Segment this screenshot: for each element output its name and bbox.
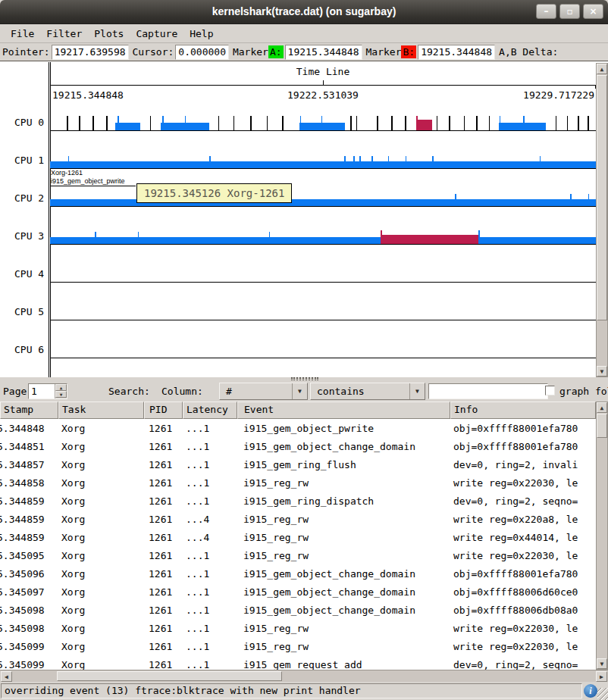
hover-event-name: i915_gem_object_pwrite xyxy=(51,177,136,186)
timeline-graph[interactable]: Time Line 19215.344848 19222.531039 1922… xyxy=(0,61,608,377)
table-cell: 5.345096 xyxy=(0,568,58,580)
scroll-down-button[interactable]: ▼ xyxy=(597,658,607,669)
marker-b-badge[interactable]: B: xyxy=(401,45,416,58)
table-cell: i915_gem_object_change_domain xyxy=(237,586,450,598)
graph-follows-checkbox[interactable] xyxy=(545,386,555,395)
menu-item-file[interactable]: File xyxy=(5,26,40,42)
page-value: 1 xyxy=(31,386,37,397)
spinner-up-icon[interactable]: ▲ xyxy=(55,384,67,391)
cpu-plot-strip[interactable] xyxy=(50,320,596,358)
cpu-row-6[interactable]: CPU 6 xyxy=(0,320,596,358)
table-row[interactable]: 5.345099Xorg1261...1i915_reg_rwwrite reg… xyxy=(0,637,596,655)
table-row[interactable]: 5.344859Xorg1261...4i915_reg_rwwrite reg… xyxy=(0,510,596,528)
column-select[interactable]: # ▼ xyxy=(219,383,308,400)
cpu-label: CPU 3 xyxy=(14,230,44,242)
column-header-event[interactable]: Event xyxy=(237,402,450,419)
cpu-plot-strip[interactable] xyxy=(50,93,596,131)
scroll-down-button[interactable]: ▼ xyxy=(597,366,607,377)
table-cell: i915_gem_object_change_domain xyxy=(237,605,450,616)
table-cell: ...1 xyxy=(183,568,237,580)
close-button[interactable]: × xyxy=(583,4,603,19)
event-tick xyxy=(432,156,434,168)
table-cell: ...1 xyxy=(183,495,237,507)
timeline-tick xyxy=(250,116,252,130)
table-row[interactable]: 5.345098Xorg1261...1i915_gem_object_chan… xyxy=(0,601,596,619)
graph-scrollbar-thumb[interactable] xyxy=(597,75,607,320)
resize-grip[interactable] xyxy=(597,688,608,700)
table-cell: ...4 xyxy=(183,514,237,525)
menu-item-help[interactable]: Help xyxy=(183,26,219,42)
scroll-right-button[interactable]: ▶ xyxy=(596,671,607,682)
column-header-info[interactable]: Info xyxy=(450,402,596,419)
graph-vertical-scrollbar[interactable]: ▲ ▼ xyxy=(596,63,608,377)
event-tick xyxy=(269,232,271,244)
table-row[interactable]: 5.344848Xorg1261...1i915_gem_object_pwri… xyxy=(0,419,596,437)
ruler-center-tick xyxy=(323,80,324,85)
horizontal-scrollbar-thumb[interactable] xyxy=(57,671,282,681)
table-row[interactable]: 5.345097Xorg1261...1i915_gem_object_chan… xyxy=(0,583,596,601)
search-input[interactable] xyxy=(428,383,548,399)
info-icon[interactable]: i xyxy=(584,684,597,698)
column-header-stamp[interactable]: Stamp xyxy=(0,402,58,419)
table-cell: i915_gem_object_pwrite xyxy=(237,423,450,434)
marker-b-value: 19215.344848 xyxy=(418,45,495,60)
scroll-up-button[interactable]: ▲ xyxy=(597,402,607,413)
table-row[interactable]: 5.344858Xorg1261...1i915_reg_rwwrite reg… xyxy=(0,473,596,492)
table-cell: 1261 xyxy=(144,568,183,580)
table-row[interactable]: 5.344859Xorg1261...4i915_reg_rwwrite reg… xyxy=(0,528,596,546)
cpu-plot-strip[interactable] xyxy=(50,283,596,320)
column-header-pid[interactable]: PID xyxy=(144,402,183,419)
timeline-segment xyxy=(416,120,432,130)
event-tick xyxy=(359,156,361,168)
timeline-tick xyxy=(464,116,465,130)
marker-a-badge[interactable]: A: xyxy=(268,45,284,58)
cpu-row-5[interactable]: CPU 5 xyxy=(0,283,596,320)
timeline-tick xyxy=(356,116,358,130)
cpu-row-1[interactable]: CPU 1 xyxy=(0,131,596,169)
table-horizontal-scrollbar[interactable]: ◀ ▶ xyxy=(0,670,608,682)
cpu-plot-strip[interactable] xyxy=(50,131,596,169)
table-cell: obj=0xffff88001efa780 xyxy=(450,423,596,434)
column-select-value: # xyxy=(226,386,232,397)
timeline-tick xyxy=(218,116,220,130)
table-cell: obj=0xffff88001efa780 xyxy=(450,441,596,452)
table-row[interactable]: 5.344859Xorg1261...1i915_gem_ring_dispat… xyxy=(0,492,596,510)
cpu-plot-strip[interactable] xyxy=(50,207,596,245)
spinner-down-icon[interactable]: ▼ xyxy=(55,391,67,398)
table-row[interactable]: 5.345099Xorg1261...1i915_gem_request_add… xyxy=(0,655,596,670)
table-cell: obj=0xffff88006d60ce0 xyxy=(450,586,596,598)
table-cell: 5.344859 xyxy=(0,495,58,507)
table-row[interactable]: 5.345095Xorg1261...1i915_reg_rwwrite reg… xyxy=(0,546,596,564)
scroll-up-button[interactable]: ▲ xyxy=(597,64,607,74)
table-cell: 5.345099 xyxy=(0,659,58,670)
menu-item-filter[interactable]: Filter xyxy=(40,26,88,42)
table-cell: ...1 xyxy=(183,441,237,452)
cpu-plot-strip[interactable] xyxy=(50,245,596,283)
table-header-row: Stamp Task PID Latency Event Info xyxy=(0,402,596,419)
table-cell: ...1 xyxy=(183,586,237,598)
timeline-tick xyxy=(92,116,94,130)
table-row[interactable]: 5.344851Xorg1261...1i915_gem_object_chan… xyxy=(0,437,596,455)
table-row[interactable]: 5.344857Xorg1261...1i915_gem_ring_flushd… xyxy=(0,455,596,473)
maximize-button[interactable]: ▫ xyxy=(559,4,580,19)
table-row[interactable]: 5.345096Xorg1261...1i915_gem_object_chan… xyxy=(0,564,596,583)
timeline-tick xyxy=(556,116,557,130)
table-vertical-scrollbar[interactable]: ▲ ▼ xyxy=(596,402,608,670)
cpu-row-0[interactable]: CPU 0 xyxy=(0,93,596,131)
menu-item-plots[interactable]: Plots xyxy=(88,26,130,42)
table-cell: 5.345099 xyxy=(0,641,58,652)
page-spinner[interactable]: 1 ▲ ▼ xyxy=(28,383,67,399)
match-select[interactable]: contains ▼ xyxy=(310,383,425,400)
cpu-row-3[interactable]: CPU 3 xyxy=(0,207,596,245)
minimize-button[interactable]: – xyxy=(536,4,556,19)
scroll-down-icon: ▼ xyxy=(600,661,604,667)
status-bar: overriding event (13) ftrace:blktrace wi… xyxy=(0,682,608,700)
table-cell: i915_reg_rw xyxy=(237,477,450,489)
cpu-row-4[interactable]: CPU 4 xyxy=(0,245,596,283)
column-header-task[interactable]: Task xyxy=(58,402,144,419)
table-scrollbar-thumb[interactable] xyxy=(597,414,607,438)
column-header-latency[interactable]: Latency xyxy=(183,402,237,419)
scroll-left-button[interactable]: ◀ xyxy=(1,671,12,682)
menu-item-capture[interactable]: Capture xyxy=(130,26,183,42)
table-row[interactable]: 5.345098Xorg1261...1i915_reg_rwwrite reg… xyxy=(0,619,596,637)
